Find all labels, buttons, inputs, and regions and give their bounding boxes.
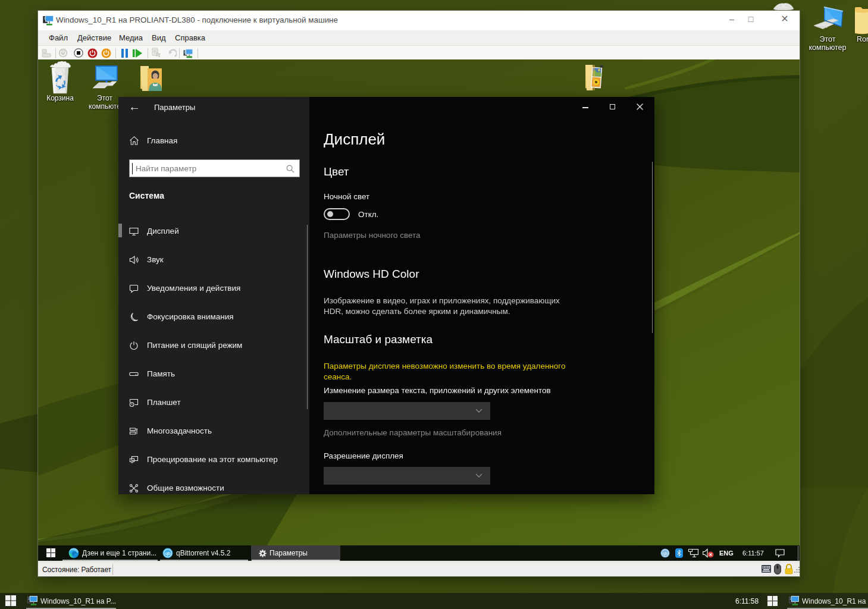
svg-text:qb: qb (663, 551, 668, 556)
svg-text:qb: qb (165, 551, 171, 556)
